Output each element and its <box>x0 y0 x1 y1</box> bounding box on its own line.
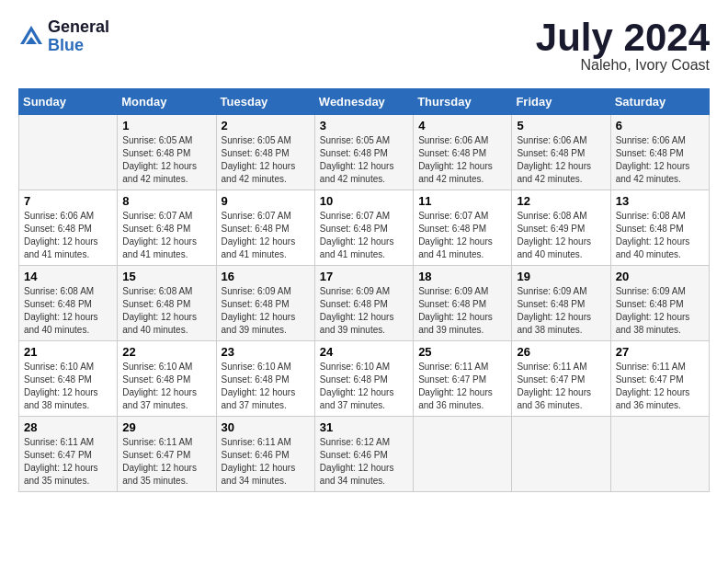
page-header: General Blue July 2024 Naleho, Ivory Coa… <box>18 18 710 74</box>
day-info: Sunrise: 6:11 AM Sunset: 6:47 PM Dayligh… <box>24 436 112 488</box>
day-cell: 21Sunrise: 6:10 AM Sunset: 6:48 PM Dayli… <box>19 341 118 417</box>
day-cell: 6Sunrise: 6:06 AM Sunset: 6:48 PM Daylig… <box>610 115 709 190</box>
day-info: Sunrise: 6:08 AM Sunset: 6:49 PM Dayligh… <box>517 210 605 261</box>
day-number: 15 <box>122 270 210 283</box>
day-info: Sunrise: 6:11 AM Sunset: 6:47 PM Dayligh… <box>517 361 605 412</box>
logo-icon <box>18 24 44 50</box>
logo-blue: Blue <box>48 37 109 55</box>
location: Naleho, Ivory Coast <box>536 57 710 74</box>
day-number: 28 <box>24 420 112 434</box>
day-info: Sunrise: 6:08 AM Sunset: 6:48 PM Dayligh… <box>616 210 704 261</box>
day-cell: 27Sunrise: 6:11 AM Sunset: 6:47 PM Dayli… <box>610 341 709 417</box>
day-cell: 28Sunrise: 6:11 AM Sunset: 6:47 PM Dayli… <box>19 417 118 492</box>
day-cell <box>512 417 610 492</box>
day-cell: 9Sunrise: 6:07 AM Sunset: 6:48 PM Daylig… <box>216 190 314 266</box>
day-number: 16 <box>222 270 310 283</box>
logo-general: General <box>48 18 109 37</box>
day-info: Sunrise: 6:06 AM Sunset: 6:48 PM Dayligh… <box>418 134 506 186</box>
day-number: 11 <box>418 194 506 208</box>
header-cell-saturday: Saturday <box>610 89 709 115</box>
day-cell: 29Sunrise: 6:11 AM Sunset: 6:47 PM Dayli… <box>118 417 216 492</box>
day-number: 13 <box>616 194 704 208</box>
header-cell-wednesday: Wednesday <box>314 89 413 115</box>
day-cell: 15Sunrise: 6:08 AM Sunset: 6:48 PM Dayli… <box>118 266 216 341</box>
header-cell-friday: Friday <box>512 89 610 115</box>
day-cell: 23Sunrise: 6:10 AM Sunset: 6:48 PM Dayli… <box>216 341 314 417</box>
day-info: Sunrise: 6:07 AM Sunset: 6:48 PM Dayligh… <box>418 210 506 261</box>
day-number: 7 <box>24 194 112 208</box>
day-number: 12 <box>517 194 605 208</box>
day-number: 25 <box>418 345 506 359</box>
day-number: 4 <box>418 119 506 132</box>
header-cell-sunday: Sunday <box>19 89 118 115</box>
day-cell: 5Sunrise: 6:06 AM Sunset: 6:48 PM Daylig… <box>512 115 610 190</box>
title-area: July 2024 Naleho, Ivory Coast <box>536 18 710 74</box>
day-number: 24 <box>320 345 408 359</box>
header-cell-tuesday: Tuesday <box>216 89 314 115</box>
day-cell: 3Sunrise: 6:05 AM Sunset: 6:48 PM Daylig… <box>314 115 413 190</box>
day-cell: 2Sunrise: 6:05 AM Sunset: 6:48 PM Daylig… <box>216 115 314 190</box>
day-number: 10 <box>320 194 408 208</box>
day-number: 22 <box>122 345 210 359</box>
day-info: Sunrise: 6:09 AM Sunset: 6:48 PM Dayligh… <box>517 285 605 337</box>
day-number: 19 <box>517 270 605 283</box>
week-row-1: 1Sunrise: 6:05 AM Sunset: 6:48 PM Daylig… <box>19 115 710 190</box>
day-number: 21 <box>24 345 112 359</box>
day-info: Sunrise: 6:10 AM Sunset: 6:48 PM Dayligh… <box>122 361 210 412</box>
day-number: 20 <box>616 270 704 283</box>
header-cell-thursday: Thursday <box>414 89 512 115</box>
day-number: 17 <box>320 270 408 283</box>
day-info: Sunrise: 6:09 AM Sunset: 6:48 PM Dayligh… <box>222 285 310 337</box>
day-info: Sunrise: 6:05 AM Sunset: 6:48 PM Dayligh… <box>222 134 310 186</box>
day-info: Sunrise: 6:11 AM Sunset: 6:47 PM Dayligh… <box>418 361 506 412</box>
day-info: Sunrise: 6:06 AM Sunset: 6:48 PM Dayligh… <box>517 134 605 186</box>
week-row-5: 28Sunrise: 6:11 AM Sunset: 6:47 PM Dayli… <box>19 417 710 492</box>
day-info: Sunrise: 6:05 AM Sunset: 6:48 PM Dayligh… <box>320 134 408 186</box>
day-info: Sunrise: 6:07 AM Sunset: 6:48 PM Dayligh… <box>122 210 210 261</box>
day-info: Sunrise: 6:12 AM Sunset: 6:46 PM Dayligh… <box>320 436 408 488</box>
day-cell: 24Sunrise: 6:10 AM Sunset: 6:48 PM Dayli… <box>314 341 413 417</box>
day-cell: 16Sunrise: 6:09 AM Sunset: 6:48 PM Dayli… <box>216 266 314 341</box>
day-number: 27 <box>616 345 704 359</box>
day-cell: 25Sunrise: 6:11 AM Sunset: 6:47 PM Dayli… <box>414 341 512 417</box>
day-cell: 17Sunrise: 6:09 AM Sunset: 6:48 PM Dayli… <box>314 266 413 341</box>
day-cell: 4Sunrise: 6:06 AM Sunset: 6:48 PM Daylig… <box>414 115 512 190</box>
day-cell <box>19 115 118 190</box>
day-number: 6 <box>616 119 704 132</box>
day-cell: 31Sunrise: 6:12 AM Sunset: 6:46 PM Dayli… <box>314 417 413 492</box>
day-number: 2 <box>222 119 310 132</box>
day-cell: 10Sunrise: 6:07 AM Sunset: 6:48 PM Dayli… <box>314 190 413 266</box>
day-cell: 19Sunrise: 6:09 AM Sunset: 6:48 PM Dayli… <box>512 266 610 341</box>
week-row-2: 7Sunrise: 6:06 AM Sunset: 6:48 PM Daylig… <box>19 190 710 266</box>
header-cell-monday: Monday <box>118 89 216 115</box>
day-cell: 22Sunrise: 6:10 AM Sunset: 6:48 PM Dayli… <box>118 341 216 417</box>
week-row-3: 14Sunrise: 6:08 AM Sunset: 6:48 PM Dayli… <box>19 266 710 341</box>
day-info: Sunrise: 6:08 AM Sunset: 6:48 PM Dayligh… <box>24 285 112 337</box>
day-number: 8 <box>122 194 210 208</box>
day-info: Sunrise: 6:10 AM Sunset: 6:48 PM Dayligh… <box>24 361 112 412</box>
logo: General Blue <box>18 18 109 55</box>
day-number: 1 <box>122 119 210 132</box>
calendar-body: 1Sunrise: 6:05 AM Sunset: 6:48 PM Daylig… <box>19 115 710 492</box>
header-row: SundayMondayTuesdayWednesdayThursdayFrid… <box>19 89 710 115</box>
day-info: Sunrise: 6:08 AM Sunset: 6:48 PM Dayligh… <box>122 285 210 337</box>
day-cell: 8Sunrise: 6:07 AM Sunset: 6:48 PM Daylig… <box>118 190 216 266</box>
day-info: Sunrise: 6:09 AM Sunset: 6:48 PM Dayligh… <box>616 285 704 337</box>
day-cell: 18Sunrise: 6:09 AM Sunset: 6:48 PM Dayli… <box>414 266 512 341</box>
day-cell <box>610 417 709 492</box>
day-number: 23 <box>222 345 310 359</box>
day-cell: 11Sunrise: 6:07 AM Sunset: 6:48 PM Dayli… <box>414 190 512 266</box>
logo-text: General Blue <box>48 18 109 55</box>
day-info: Sunrise: 6:07 AM Sunset: 6:48 PM Dayligh… <box>222 210 310 261</box>
day-info: Sunrise: 6:06 AM Sunset: 6:48 PM Dayligh… <box>616 134 704 186</box>
day-cell: 1Sunrise: 6:05 AM Sunset: 6:48 PM Daylig… <box>118 115 216 190</box>
day-number: 30 <box>222 420 310 434</box>
day-info: Sunrise: 6:11 AM Sunset: 6:46 PM Dayligh… <box>222 436 310 488</box>
day-number: 3 <box>320 119 408 132</box>
day-number: 18 <box>418 270 506 283</box>
day-number: 14 <box>24 270 112 283</box>
day-info: Sunrise: 6:10 AM Sunset: 6:48 PM Dayligh… <box>222 361 310 412</box>
day-info: Sunrise: 6:09 AM Sunset: 6:48 PM Dayligh… <box>320 285 408 337</box>
day-cell: 20Sunrise: 6:09 AM Sunset: 6:48 PM Dayli… <box>610 266 709 341</box>
day-number: 26 <box>517 345 605 359</box>
